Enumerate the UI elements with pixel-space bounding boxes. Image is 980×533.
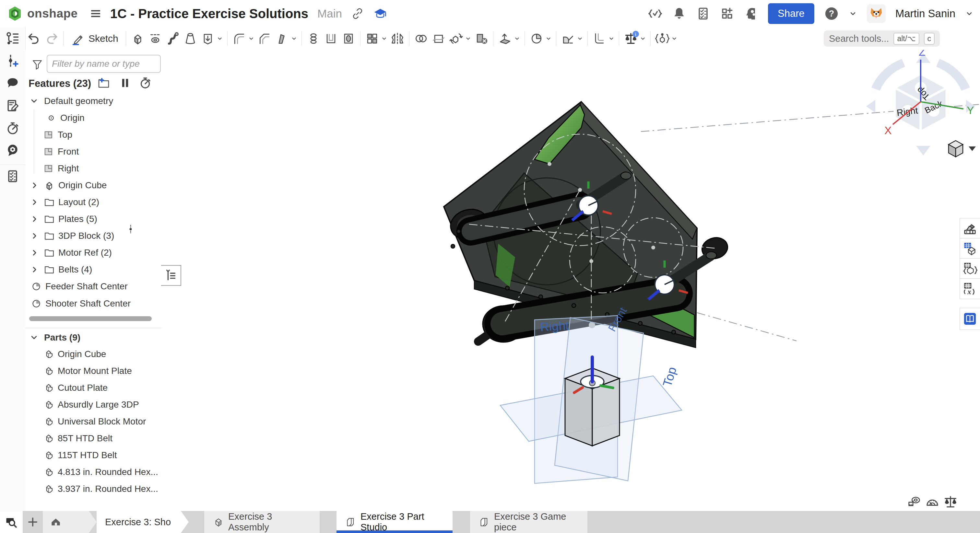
- helix-button[interactable]: [528, 30, 545, 48]
- onshape-logo[interactable]: onshape: [7, 6, 78, 21]
- part-row[interactable]: Origin Cube: [25, 346, 161, 362]
- configurations-panel-button[interactable]: [959, 258, 980, 279]
- variables-panel-button[interactable]: [959, 278, 980, 299]
- model-canvas[interactable]: Right Front Top Top Righ: [161, 50, 980, 511]
- tree-item-3dp-block-folder[interactable]: 3DP Block (3): [25, 228, 161, 244]
- share-button[interactable]: Share: [768, 3, 815, 24]
- delete-part-button[interactable]: [473, 30, 490, 48]
- redo-button[interactable]: [43, 30, 60, 48]
- loft-button[interactable]: [181, 30, 199, 48]
- snapshot-search-cell[interactable]: [0, 511, 23, 533]
- fillet-menu-caret[interactable]: [248, 30, 256, 48]
- tree-item-shooter-shaft-center[interactable]: Shooter Shaft Center: [25, 295, 161, 312]
- pause-icon[interactable]: [119, 76, 132, 89]
- thicken-menu-caret[interactable]: [216, 30, 224, 48]
- 3d-scene[interactable]: Right Front Top Top Righ: [161, 50, 980, 511]
- app-store-grid-plus-icon[interactable]: [720, 6, 734, 21]
- sketch-button[interactable]: Sketch: [67, 30, 123, 48]
- parts-section-header[interactable]: Parts (9): [25, 330, 161, 346]
- view-options-caret[interactable]: [969, 146, 976, 151]
- pattern-menu-caret[interactable]: [381, 30, 389, 48]
- split-button[interactable]: [430, 30, 447, 48]
- tree-item-plates-folder[interactable]: Plates (5): [25, 211, 161, 227]
- tree-item-layout-folder[interactable]: Layout (2): [25, 194, 161, 210]
- chevron-down-icon[interactable]: [29, 96, 39, 106]
- measure-menu-caret[interactable]: [640, 30, 648, 48]
- undo-button[interactable]: [25, 30, 43, 48]
- appearance-panel-button[interactable]: [959, 218, 980, 239]
- tree-item-default-geometry[interactable]: Default geometry: [25, 93, 161, 109]
- workspace-label[interactable]: Main: [317, 7, 342, 20]
- chevron-down-icon[interactable]: [29, 333, 39, 343]
- rollback-stopwatch-icon[interactable]: [139, 76, 152, 89]
- featurescript-braces-icon[interactable]: [648, 6, 662, 21]
- boolean-button[interactable]: [412, 30, 430, 48]
- horizontal-scrollbar[interactable]: [29, 316, 152, 321]
- draft-menu-caret[interactable]: [291, 30, 299, 48]
- linear-pattern-button[interactable]: [363, 30, 381, 48]
- transform-menu-caret[interactable]: [465, 30, 473, 48]
- hamburger-menu-icon[interactable]: [89, 7, 102, 21]
- tree-item-belts-folder[interactable]: Belts (4): [25, 262, 161, 278]
- part-row[interactable]: Absurdly Large 3DP: [25, 397, 161, 413]
- part-table-panel-button[interactable]: [959, 238, 980, 259]
- learning-cap-icon[interactable]: [373, 6, 387, 21]
- tab-exercise-3-part-studio[interactable]: Exercise 3 Part Studio: [337, 511, 453, 533]
- tape-measure-icon[interactable]: [907, 495, 922, 509]
- chevron-down-icon[interactable]: [965, 10, 974, 18]
- part-row[interactable]: Cutout Plate: [25, 380, 161, 396]
- notes-pencil-icon[interactable]: [5, 98, 20, 113]
- home-tab[interactable]: [43, 511, 97, 533]
- filter-funnel-icon[interactable]: [31, 58, 43, 71]
- measure-scale-button[interactable]: i: [622, 30, 640, 48]
- mirror-button[interactable]: [389, 30, 406, 48]
- add-folder-icon[interactable]: [97, 76, 110, 89]
- chevron-right-icon[interactable]: [30, 197, 40, 207]
- shell-button[interactable]: [322, 30, 340, 48]
- part-row[interactable]: Universal Block Motor: [25, 414, 161, 430]
- chevron-right-icon[interactable]: [30, 265, 40, 274]
- fillet-button[interactable]: [231, 30, 248, 48]
- part-row[interactable]: 4.813 in. Rounded Hex...: [25, 464, 161, 480]
- user-avatar[interactable]: [867, 4, 886, 23]
- part-row[interactable]: 85T HTD Belt: [25, 430, 161, 446]
- move-face-button[interactable]: [496, 30, 514, 48]
- protractor-icon[interactable]: [925, 495, 940, 509]
- featurescript-button[interactable]: [654, 30, 671, 48]
- chamfer-button[interactable]: [256, 30, 273, 48]
- create-version-plus-icon[interactable]: [5, 54, 20, 68]
- thicken-button[interactable]: [199, 30, 216, 48]
- rib-button[interactable]: [305, 30, 322, 48]
- flange-menu-caret[interactable]: [608, 30, 616, 48]
- sheet-metal-button[interactable]: [559, 30, 577, 48]
- user-name[interactable]: Martin Sanin: [896, 8, 955, 20]
- revolve-button[interactable]: [146, 30, 164, 48]
- help-question-icon[interactable]: [824, 6, 839, 21]
- chevron-right-icon[interactable]: [30, 214, 40, 224]
- tree-item-motor-ref-folder[interactable]: Motor Ref (2): [25, 244, 161, 261]
- view-options-cube-icon[interactable]: [948, 141, 976, 157]
- feature-list-flyout-button[interactable]: [161, 265, 181, 286]
- tree-item-front-plane[interactable]: Front: [25, 144, 161, 160]
- tree-item-feeder-shaft-center[interactable]: Feeder Shaft Center: [25, 278, 161, 295]
- flange-button[interactable]: [591, 30, 608, 48]
- document-link-icon[interactable]: [351, 7, 364, 20]
- checklist-icon[interactable]: [5, 169, 20, 183]
- part-row[interactable]: Motor Mount Plate: [25, 363, 161, 379]
- hole-button[interactable]: [340, 30, 357, 48]
- tab-exercise-3-game-piece[interactable]: Exercise 3 Game piece: [470, 511, 587, 533]
- new-tab-button[interactable]: [23, 511, 43, 533]
- tree-item-origin-cube[interactable]: Origin Cube: [25, 177, 161, 194]
- version-tree-icon[interactable]: [5, 31, 20, 45]
- mass-properties-scale-icon[interactable]: [943, 495, 958, 509]
- tab-exercise-3-assembly[interactable]: Exercise 3 Assembly: [204, 511, 320, 533]
- search-tools[interactable]: Search tools... alt/⌥ c: [824, 30, 940, 47]
- filter-input[interactable]: [47, 55, 161, 73]
- top-plane-label[interactable]: Top: [660, 365, 679, 388]
- tree-item-right-plane[interactable]: Right: [25, 160, 161, 176]
- chevron-right-icon[interactable]: [30, 231, 40, 241]
- sheet-metal-menu-caret[interactable]: [577, 30, 584, 48]
- part-row[interactable]: 3.937 in. Rounded Hex...: [25, 481, 161, 497]
- sweep-button[interactable]: [164, 30, 181, 48]
- transform-button[interactable]: [447, 30, 465, 48]
